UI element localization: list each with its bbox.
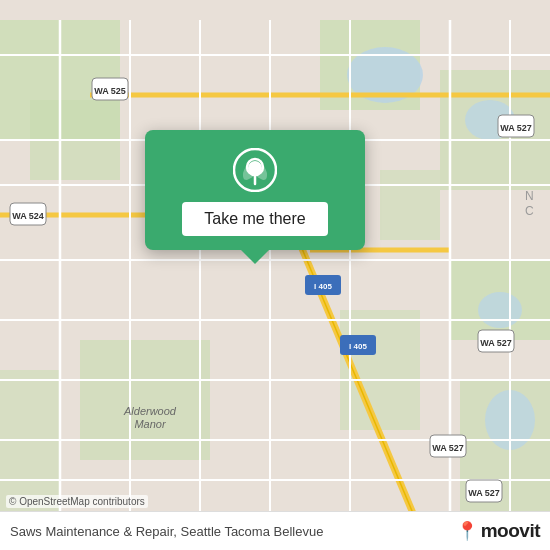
svg-text:WA 527: WA 527 (480, 338, 512, 348)
svg-text:WA 527: WA 527 (432, 443, 464, 453)
svg-rect-10 (380, 170, 440, 240)
svg-text:N: N (525, 189, 534, 203)
map-container: WA 525 WA 527 WA 524 I 405 I 405 WA 527 … (0, 0, 550, 550)
map-attribution: © OpenStreetMap contributors (6, 495, 148, 508)
svg-text:WA 527: WA 527 (500, 123, 532, 133)
svg-text:Alderwood: Alderwood (123, 405, 177, 417)
svg-rect-7 (80, 340, 210, 460)
moovit-pin-icon: 📍 (456, 520, 478, 542)
svg-text:C: C (525, 204, 534, 218)
bottom-bar: Saws Maintenance & Repair, Seattle Tacom… (0, 511, 550, 550)
map-background: WA 525 WA 527 WA 524 I 405 I 405 WA 527 … (0, 0, 550, 550)
svg-point-58 (252, 164, 259, 171)
location-label: Saws Maintenance & Repair, Seattle Tacom… (10, 524, 456, 539)
svg-text:I 405: I 405 (349, 342, 367, 351)
svg-point-13 (478, 292, 522, 328)
location-pin-icon (233, 148, 277, 192)
svg-text:I 405: I 405 (314, 282, 332, 291)
location-tooltip: Take me there (145, 130, 365, 250)
svg-text:WA 527: WA 527 (468, 488, 500, 498)
moovit-brand-name: moovit (481, 520, 540, 542)
take-me-there-button[interactable]: Take me there (182, 202, 327, 236)
svg-text:WA 525: WA 525 (94, 86, 126, 96)
svg-text:WA 524: WA 524 (12, 211, 44, 221)
moovit-logo: 📍 moovit (456, 520, 540, 542)
svg-text:Manor: Manor (134, 418, 167, 430)
